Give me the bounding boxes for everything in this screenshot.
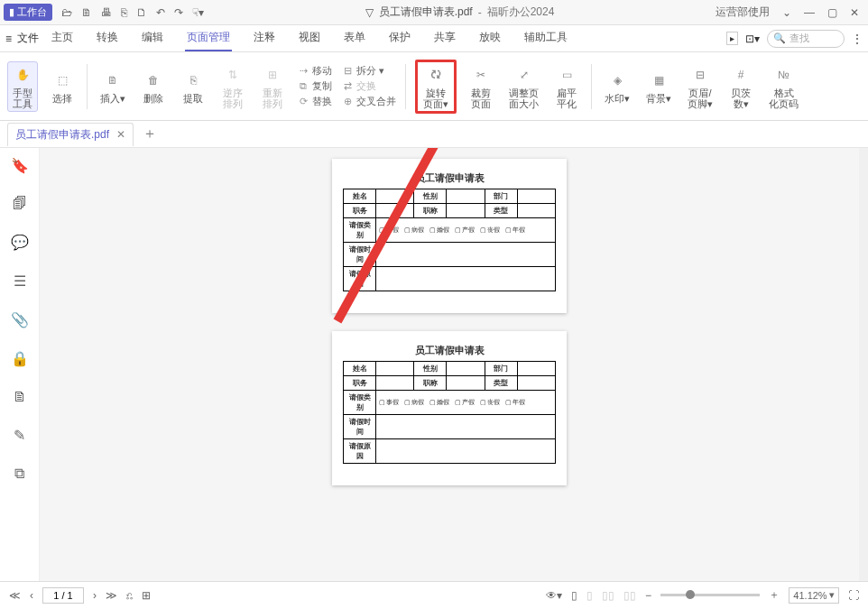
zoom-knob[interactable] — [686, 590, 695, 599]
tab-convert[interactable]: 转换 — [95, 25, 120, 51]
tab-view[interactable]: 视图 — [297, 25, 322, 51]
tab-form[interactable]: 表单 — [342, 25, 367, 51]
fields-panel-icon[interactable]: 🗎 — [13, 389, 27, 405]
fullscreen-icon[interactable]: ⛶ — [848, 589, 859, 602]
resize-button[interactable]: ⤢ 调整页 面大小 — [505, 62, 542, 111]
insert-button[interactable]: 🗎 插入▾ — [97, 68, 129, 106]
background-button[interactable]: ▦ 背景▾ — [642, 68, 675, 106]
prev-page-icon[interactable]: ‹ — [30, 589, 33, 602]
thumbnail-icon[interactable]: ⊞ — [142, 589, 151, 602]
close-tab-icon[interactable]: ✕ — [116, 128, 125, 141]
lens-mini-icon[interactable]: ⊡▾ — [745, 32, 760, 45]
page-number-input[interactable] — [42, 587, 84, 604]
undo-icon[interactable]: ↶ — [156, 6, 165, 19]
zoom-percent[interactable]: 41.12%▾ — [789, 587, 839, 604]
delete-button[interactable]: 🗑 删除 — [138, 68, 169, 106]
two-page-icon[interactable]: ▯▯ — [602, 589, 614, 602]
document-tab-label: 员工请假申请表.pdf — [15, 127, 109, 143]
workbench-icon: ▮ — [9, 6, 14, 18]
zoom-in-icon[interactable]: ＋ — [769, 587, 780, 603]
print-icon[interactable]: 🖶 — [101, 6, 112, 19]
swap-button[interactable]: ⇄交换 — [341, 79, 396, 93]
tab-present[interactable]: 放映 — [477, 25, 503, 51]
attachments-panel-icon[interactable]: 📎 — [11, 311, 29, 328]
split-label: 拆分 — [356, 64, 376, 78]
rotate-page-button[interactable]: 🗘 旋转 页面▾ — [415, 60, 457, 114]
overflow-icon[interactable]: ▸ — [726, 32, 738, 45]
eye-icon[interactable]: 👁▾ — [546, 589, 562, 602]
quick-toolbar: 🗁 🗎 🖶 ⎘ 🗋 ↶ ↷ ☟▾ — [61, 6, 204, 19]
cell-gender: 性别 — [414, 189, 447, 204]
separator — [405, 64, 406, 109]
bookmark-icon[interactable]: ▽ — [365, 6, 374, 19]
hand-tool-button[interactable]: ✋ 手型 工具 — [7, 61, 38, 112]
tab-share[interactable]: 共享 — [432, 25, 457, 51]
last-page-icon[interactable]: ≫ — [106, 589, 117, 602]
move-button[interactable]: ⇢移动 — [297, 64, 332, 78]
cell-position: 职务 — [344, 204, 376, 218]
extract-button[interactable]: ⎘ 提取 — [178, 68, 208, 106]
tab-home[interactable]: 主页 — [50, 25, 75, 51]
watermark-button[interactable]: ◈ 水印▾ — [601, 68, 633, 106]
replace-button[interactable]: ⟳替换 — [297, 95, 332, 108]
save-icon[interactable]: 🗎 — [81, 6, 92, 19]
maximize-icon[interactable]: ▢ — [827, 6, 837, 19]
more-icon[interactable]: ⋮ — [852, 32, 863, 45]
export-icon[interactable]: ⎘ — [121, 6, 127, 19]
bookmark-panel-icon[interactable]: 🔖 — [11, 157, 29, 174]
next-page-icon[interactable]: › — [93, 589, 97, 602]
open-icon[interactable]: 🗁 — [61, 6, 72, 19]
header-footer-button[interactable]: ⊟ 页眉/ 页脚▾ — [684, 62, 716, 111]
header-icon: ⊟ — [689, 64, 711, 86]
flatten-button[interactable]: ▭ 扁平 平化 — [551, 62, 582, 111]
tab-assist[interactable]: 辅助工具 — [522, 25, 569, 51]
add-tab-button[interactable]: ＋ — [143, 125, 157, 143]
search-input[interactable]: 🔍 查找 — [767, 30, 845, 48]
zoom-slider[interactable] — [660, 594, 760, 596]
hamburger-icon[interactable]: ≡ — [5, 32, 12, 45]
app-name: 福昕办公2024 — [487, 5, 555, 20]
compare-panel-icon[interactable]: ⧉ — [14, 466, 24, 482]
split-button[interactable]: ⊟拆分▾ — [341, 64, 396, 78]
format-pagenum-button[interactable]: № 格式 化页码 — [765, 62, 802, 111]
tab-annotate[interactable]: 注释 — [252, 25, 277, 51]
tab-edit[interactable]: 编辑 — [140, 25, 165, 51]
select-button[interactable]: ⬚ 选择 — [47, 68, 78, 106]
crop-button[interactable]: ✂ 裁剪 页面 — [466, 62, 496, 111]
minimize-icon[interactable]: ― — [804, 6, 815, 19]
document-canvas[interactable]: 员工请假申请表 姓名性别部门 职务职称类型 请假类别事假病假婚假产假丧假年假 请… — [40, 148, 859, 581]
bates-button[interactable]: # 贝茨 数▾ — [725, 62, 756, 111]
delete-label: 删除 — [143, 93, 163, 104]
tab-protect[interactable]: 保护 — [387, 25, 412, 51]
cell-leave-type: 请假类别 — [344, 218, 376, 243]
reflow-icon[interactable]: ⎌ — [126, 589, 133, 602]
first-page-icon[interactable]: ≪ — [9, 589, 21, 602]
reverse-button[interactable]: ⇅ 逆序 排列 — [217, 62, 248, 111]
insert-label: 插入▾ — [100, 93, 125, 104]
document-tab[interactable]: 员工请假申请表.pdf ✕ — [7, 123, 134, 146]
zoom-out-icon[interactable]: − — [645, 589, 651, 602]
signature-panel-icon[interactable]: ✎ — [14, 427, 25, 444]
reverse-label: 逆序 排列 — [223, 88, 243, 109]
security-panel-icon[interactable]: 🔒 — [11, 350, 29, 367]
file-menu[interactable]: 文件 — [17, 31, 39, 46]
layers-panel-icon[interactable]: ☰ — [14, 272, 26, 290]
rearrange-button[interactable]: ⊞ 重新 排列 — [257, 62, 288, 111]
leave-form-table: 姓名性别部门 职务职称类型 请假类别事假病假婚假产假丧假年假 请假时间 请假原因 — [343, 189, 556, 291]
copy-button[interactable]: ⧉复制 — [297, 79, 332, 93]
redo-icon[interactable]: ↷ — [174, 6, 183, 19]
two-continuous-icon[interactable]: ▯▯ — [623, 589, 636, 602]
single-page-icon[interactable]: ▯ — [571, 589, 577, 602]
crossmerge-button[interactable]: ⊕交叉合并 — [341, 95, 396, 108]
new-page-icon[interactable]: 🗋 — [136, 6, 147, 19]
bates-label: 贝茨 数▾ — [731, 88, 751, 109]
pages-panel-icon[interactable]: 🗐 — [13, 196, 27, 212]
hand-icon[interactable]: ☟▾ — [192, 6, 204, 19]
right-scrollbar[interactable] — [859, 148, 868, 581]
tab-page-manage[interactable]: 页面管理 — [185, 25, 232, 51]
workbench-badge[interactable]: ▮ 工作台 — [4, 4, 52, 21]
comments-panel-icon[interactable]: 💬 — [11, 234, 29, 251]
dropdown-icon[interactable]: ⌄ — [782, 6, 791, 19]
continuous-icon[interactable]: ▯ — [586, 589, 593, 602]
close-icon[interactable]: ✕ — [850, 6, 859, 19]
